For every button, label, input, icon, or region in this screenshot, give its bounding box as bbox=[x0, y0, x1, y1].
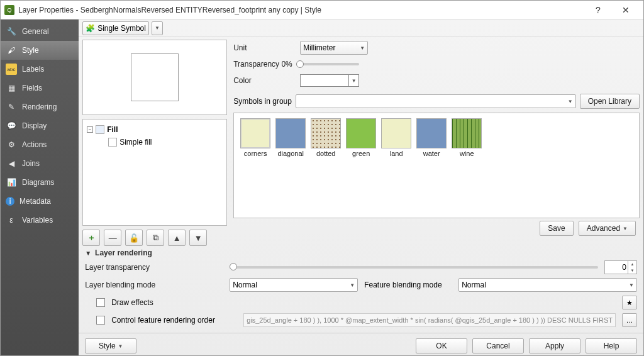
symbol-item[interactable]: corners bbox=[239, 118, 272, 213]
renderer-type-dropdown[interactable]: 🧩 Single Symbol bbox=[82, 21, 149, 35]
remove-layer-button[interactable]: — bbox=[104, 230, 121, 246]
window-title: Layer Properties - SedberghNormalsRevers… bbox=[18, 6, 584, 14]
info-icon: i bbox=[6, 197, 14, 206]
slider-thumb[interactable] bbox=[230, 263, 237, 270]
save-symbol-button[interactable]: Save bbox=[540, 221, 573, 236]
order-expression-button[interactable]: … bbox=[622, 313, 637, 327]
symbol-item-label: corners bbox=[239, 150, 272, 157]
chevron-down-icon[interactable]: ▼ bbox=[348, 75, 358, 86]
chart-icon: 📊 bbox=[6, 177, 17, 188]
style-menu-button[interactable]: Style▼ bbox=[85, 338, 136, 353]
sidebar-item-label: Diagrams bbox=[22, 178, 54, 187]
tree-item-fill[interactable]: − Fill bbox=[86, 123, 224, 136]
unit-value: Millimeter bbox=[303, 43, 335, 52]
symbol-swatch bbox=[381, 118, 411, 148]
sidebar-item-label: Actions bbox=[22, 140, 47, 149]
tree-swatch-icon bbox=[96, 125, 104, 134]
sidebar-item-labels[interactable]: abcLabels bbox=[1, 60, 79, 79]
symbol-list[interactable]: corners diagonal dotted green land water… bbox=[233, 113, 640, 218]
sidebar-item-label: Metadata bbox=[19, 197, 51, 206]
spinner-up[interactable]: ▲ bbox=[628, 261, 636, 267]
sidebar-item-label: Display bbox=[22, 121, 47, 130]
symbol-item[interactable]: water bbox=[415, 118, 448, 213]
color-picker-button[interactable]: ▼ bbox=[300, 74, 359, 87]
help-button[interactable]: Help bbox=[586, 338, 637, 353]
feature-blend-dropdown[interactable]: Normal▼ bbox=[458, 278, 637, 292]
symbol-layer-tree[interactable]: − Fill Simple fill bbox=[82, 119, 227, 226]
layer-transparency-spinner[interactable]: 0 ▲▼ bbox=[604, 260, 637, 274]
order-expression-field[interactable]: gis_25d_angle + 180 ) ), 1000 * @map_ext… bbox=[243, 313, 616, 327]
pen-icon: ✎ bbox=[6, 101, 17, 113]
apply-button[interactable]: Apply bbox=[529, 338, 580, 353]
transparency-slider[interactable] bbox=[296, 63, 359, 65]
symbol-swatch bbox=[452, 118, 482, 148]
sidebar-item-general[interactable]: 🔧General bbox=[1, 22, 79, 41]
lock-layer-button[interactable]: 🔓 bbox=[125, 230, 143, 246]
unit-dropdown[interactable]: Millimeter ▼ bbox=[300, 41, 368, 55]
symbol-item[interactable]: land bbox=[380, 118, 413, 213]
chevron-down-icon: ▼ bbox=[623, 226, 628, 231]
symbol-swatch bbox=[240, 118, 270, 148]
puzzle-icon: 🧩 bbox=[86, 24, 95, 33]
tree-item-simple-fill[interactable]: Simple fill bbox=[86, 136, 224, 148]
help-button[interactable]: ? bbox=[584, 5, 612, 15]
sidebar-item-actions[interactable]: ⚙Actions bbox=[1, 135, 79, 154]
feature-blend-label: Feature blending mode bbox=[364, 281, 452, 289]
sidebar-item-variables[interactable]: εVariables bbox=[1, 211, 79, 230]
symbol-item-label: dotted bbox=[309, 150, 342, 157]
wrench-icon: 🔧 bbox=[6, 26, 17, 37]
symbol-item[interactable]: dotted bbox=[309, 118, 342, 213]
symbol-item-label: green bbox=[345, 150, 377, 157]
renderer-type-label: Single Symbol bbox=[97, 24, 146, 33]
cancel-button[interactable]: Cancel bbox=[472, 338, 524, 353]
tree-item-label: Fill bbox=[107, 125, 118, 134]
symbol-item[interactable]: green bbox=[345, 118, 377, 213]
slider-thumb[interactable] bbox=[296, 60, 304, 68]
sidebar-item-label: Rendering bbox=[22, 103, 57, 111]
open-library-button[interactable]: Open Library bbox=[580, 94, 640, 109]
move-down-button[interactable]: ▼ bbox=[189, 230, 207, 246]
sidebar-item-label: General bbox=[22, 27, 49, 36]
symbol-item-label: wine bbox=[450, 150, 483, 157]
sidebar-item-display[interactable]: 💬Display bbox=[1, 116, 79, 135]
symbols-group-dropdown[interactable]: ▼ bbox=[296, 94, 576, 108]
tree-collapse-icon[interactable]: − bbox=[87, 126, 93, 133]
transparency-label: Transparency 0% bbox=[233, 60, 292, 69]
symbol-preview bbox=[82, 40, 227, 115]
color-label: Color bbox=[233, 76, 296, 85]
symbol-item-label: diagonal bbox=[274, 150, 307, 157]
sidebar-item-diagrams[interactable]: 📊Diagrams bbox=[1, 173, 79, 192]
sidebar-item-fields[interactable]: ▦Fields bbox=[1, 79, 79, 97]
symbol-preview-swatch bbox=[131, 53, 179, 101]
draw-effects-checkbox[interactable] bbox=[96, 298, 105, 307]
chevron-down-icon: ▼ bbox=[118, 343, 123, 349]
move-up-button[interactable]: ▲ bbox=[168, 230, 186, 246]
renderer-type-split-arrow[interactable]: ▼ bbox=[152, 21, 163, 35]
control-order-checkbox[interactable] bbox=[96, 316, 105, 325]
layer-blend-label: Layer blending mode bbox=[85, 281, 223, 289]
sidebar-item-metadata[interactable]: iMetadata bbox=[1, 192, 79, 211]
symbol-swatch bbox=[346, 118, 376, 148]
layer-blend-dropdown[interactable]: Normal▼ bbox=[230, 278, 358, 292]
sidebar-item-rendering[interactable]: ✎Rendering bbox=[1, 97, 79, 116]
spinner-down[interactable]: ▼ bbox=[628, 267, 636, 274]
symbols-in-group-label: Symbols in group bbox=[233, 97, 292, 106]
sidebar-item-joins[interactable]: ◀Joins bbox=[1, 154, 79, 173]
unit-label: Unit bbox=[233, 43, 296, 52]
tree-item-label: Simple fill bbox=[119, 138, 152, 147]
add-layer-button[interactable]: ＋ bbox=[82, 230, 100, 246]
sidebar-item-label: Fields bbox=[22, 84, 42, 92]
duplicate-layer-button[interactable]: ⧉ bbox=[147, 230, 164, 246]
draw-effects-config-button[interactable]: ★ bbox=[622, 296, 637, 309]
advanced-menu-button[interactable]: Advanced▼ bbox=[579, 221, 636, 236]
epsilon-icon: ε bbox=[6, 214, 17, 226]
layer-rendering-header[interactable]: ▼ Layer rendering bbox=[79, 248, 643, 257]
close-button[interactable]: ✕ bbox=[612, 5, 640, 15]
symbol-item[interactable]: diagonal bbox=[274, 118, 307, 213]
chevron-down-icon: ▼ bbox=[568, 99, 573, 104]
sidebar-item-style[interactable]: 🖌Style bbox=[1, 41, 79, 60]
sidebar-item-label: Labels bbox=[22, 65, 44, 74]
layer-transparency-slider[interactable] bbox=[230, 266, 598, 269]
symbol-item[interactable]: wine bbox=[450, 118, 483, 213]
ok-button[interactable]: OK bbox=[416, 338, 467, 353]
